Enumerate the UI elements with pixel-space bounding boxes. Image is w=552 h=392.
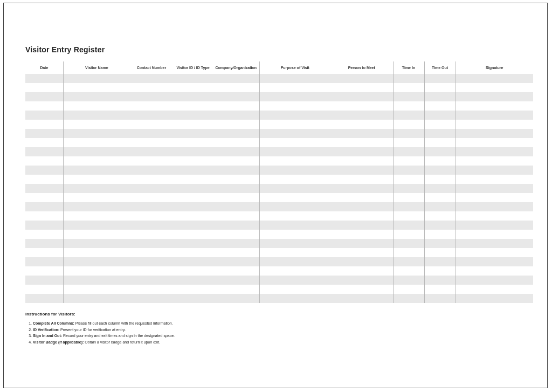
table-cell <box>259 276 330 285</box>
table-cell <box>173 101 213 111</box>
table-cell <box>259 138 330 147</box>
table-cell <box>63 221 130 230</box>
table-cell <box>456 175 533 184</box>
table-cell <box>424 166 456 175</box>
instruction-text: Record your entry and exit times and sig… <box>62 334 175 338</box>
table-cell <box>173 230 213 239</box>
table-cell <box>456 230 533 239</box>
table-cell <box>173 248 213 257</box>
table-cell <box>259 239 330 248</box>
table-cell <box>456 74 533 83</box>
table-cell <box>25 211 63 221</box>
table-cell <box>259 120 330 129</box>
table-cell <box>213 248 259 257</box>
table-cell <box>424 184 456 193</box>
table-cell <box>173 83 213 92</box>
table-cell <box>213 147 259 156</box>
table-cell <box>25 248 63 257</box>
table-cell <box>330 248 393 257</box>
table-row <box>25 193 533 202</box>
table-row <box>25 257 533 266</box>
table-cell <box>456 156 533 166</box>
table-cell <box>330 276 393 285</box>
table-cell <box>456 266 533 276</box>
table-cell <box>424 248 456 257</box>
table-cell <box>424 202 456 211</box>
instruction-item: ID Verification: Present your ID for ver… <box>33 327 533 333</box>
table-cell <box>213 166 259 175</box>
table-row <box>25 266 533 276</box>
table-row <box>25 156 533 166</box>
table-cell <box>63 276 130 285</box>
table-cell <box>393 129 424 138</box>
table-cell <box>330 202 393 211</box>
table-cell <box>213 129 259 138</box>
table-cell <box>259 92 330 101</box>
table-cell <box>63 239 130 248</box>
table-cell <box>393 266 424 276</box>
table-cell <box>330 120 393 129</box>
table-cell <box>25 239 63 248</box>
table-row <box>25 120 533 129</box>
table-cell <box>130 248 173 257</box>
table-cell <box>424 147 456 156</box>
table-cell <box>213 120 259 129</box>
table-row <box>25 239 533 248</box>
table-cell <box>393 92 424 101</box>
table-cell <box>63 111 130 120</box>
table-cell <box>63 156 130 166</box>
table-cell <box>424 285 456 294</box>
table-cell <box>330 129 393 138</box>
table-cell <box>213 111 259 120</box>
table-cell <box>456 202 533 211</box>
instructions-list: Complete All Columns: Please fill out ea… <box>25 321 533 345</box>
table-cell <box>213 266 259 276</box>
table-cell <box>130 266 173 276</box>
table-cell <box>393 202 424 211</box>
table-cell <box>25 111 63 120</box>
table-cell <box>63 83 130 92</box>
instruction-lead: ID Verification: <box>33 328 59 332</box>
column-header: Visitor Name <box>63 61 130 74</box>
table-cell <box>63 138 130 147</box>
table-cell <box>63 147 130 156</box>
table-cell <box>173 120 213 129</box>
table-cell <box>393 138 424 147</box>
table-cell <box>330 92 393 101</box>
table-row <box>25 138 533 147</box>
page-title: Visitor Entry Register <box>25 45 533 54</box>
table-cell <box>25 294 63 303</box>
table-cell <box>330 266 393 276</box>
table-cell <box>63 266 130 276</box>
table-cell <box>173 147 213 156</box>
table-row <box>25 230 533 239</box>
document-content: Visitor Entry Register DateVisitor NameC… <box>25 45 533 346</box>
table-cell <box>63 101 130 111</box>
table-row <box>25 166 533 175</box>
table-cell <box>63 294 130 303</box>
table-cell <box>130 111 173 120</box>
table-cell <box>130 83 173 92</box>
table-cell <box>456 257 533 266</box>
table-cell <box>25 83 63 92</box>
instruction-text: Present your ID for verification at entr… <box>59 328 126 332</box>
table-cell <box>173 156 213 166</box>
table-cell <box>25 257 63 266</box>
table-cell <box>130 276 173 285</box>
table-cell <box>330 147 393 156</box>
table-cell <box>25 92 63 101</box>
table-cell <box>456 184 533 193</box>
table-cell <box>259 111 330 120</box>
table-cell <box>213 74 259 83</box>
table-cell <box>25 101 63 111</box>
table-cell <box>173 239 213 248</box>
instruction-lead: Visitor Badge (if applicable): <box>33 340 84 344</box>
table-cell <box>456 276 533 285</box>
column-header: Purpose of Visit <box>259 61 330 74</box>
table-cell <box>63 211 130 221</box>
table-cell <box>259 266 330 276</box>
table-cell <box>259 175 330 184</box>
table-cell <box>393 248 424 257</box>
table-cell <box>456 83 533 92</box>
table-cell <box>456 120 533 129</box>
